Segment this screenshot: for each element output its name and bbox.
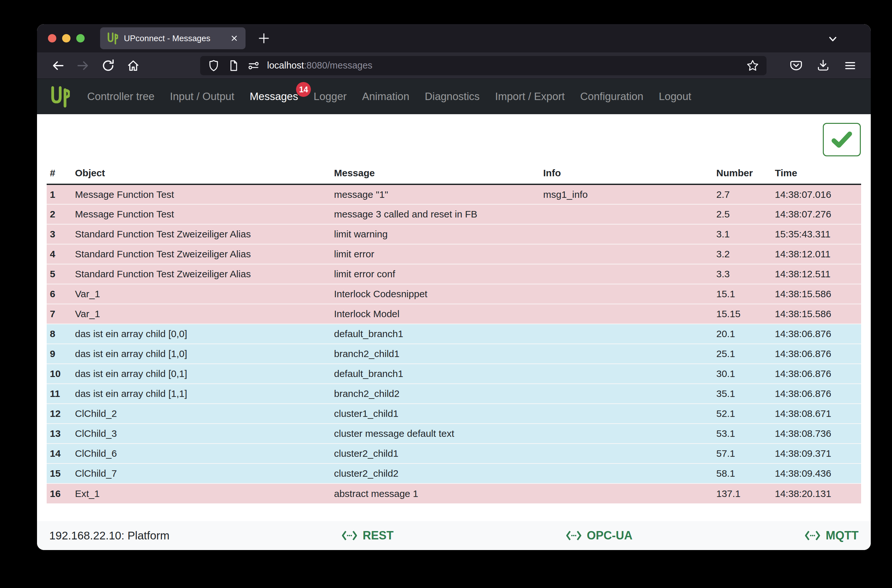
cell-number: 30.1 xyxy=(713,364,772,384)
cell-object: ClChild_6 xyxy=(72,444,331,464)
cell-time: 14:38:09.371 xyxy=(772,444,861,464)
pocket-icon[interactable] xyxy=(789,58,803,73)
table-row[interactable]: 2 Message Function Test message 3 called… xyxy=(47,204,861,224)
cell-number: 35.1 xyxy=(713,384,772,404)
table-row[interactable]: 15 ClChild_7 cluster2_child2 58.1 14:38:… xyxy=(47,464,861,483)
table-row[interactable]: 12 ClChild_2 cluster1_child1 52.1 14:38:… xyxy=(47,404,861,424)
opcua-label: OPC-UA xyxy=(587,529,633,542)
cell-message: abstract message 1 xyxy=(331,483,540,503)
back-icon[interactable] xyxy=(51,58,65,73)
table-row[interactable]: 14 ClChild_6 cluster2_child1 57.1 14:38:… xyxy=(47,444,861,464)
cell-message: Interlock Codesnippet xyxy=(331,284,540,304)
permissions-sliders-icon[interactable] xyxy=(247,59,260,72)
table-row[interactable]: 6 Var_1 Interlock Codesnippet 15.1 14:38… xyxy=(47,284,861,304)
cell-message: cluster2_child2 xyxy=(331,464,540,483)
list-tabs-chevron-icon[interactable] xyxy=(826,32,840,46)
cell-number: 3.1 xyxy=(713,224,772,244)
opcua-link[interactable]: OPC-UA xyxy=(566,529,633,542)
cell-info xyxy=(540,464,713,483)
table-row[interactable]: 13 ClChild_3 cluster message default tex… xyxy=(47,424,861,444)
menu-hamburger-icon[interactable] xyxy=(843,58,857,73)
cell-message: cluster1_child1 xyxy=(331,404,540,424)
cell-number: 2.5 xyxy=(713,204,772,224)
nav-item-animation[interactable]: Animation xyxy=(362,90,409,103)
table-row[interactable]: 9 das ist ein array child [1,0] branch2_… xyxy=(47,344,861,364)
table-row[interactable]: 1 Message Function Test message "1" msg1… xyxy=(47,184,861,204)
nav-item-messages-label: Messages xyxy=(250,90,298,102)
mqtt-link[interactable]: MQTT xyxy=(805,529,859,542)
nav-item-messages[interactable]: Messages14 xyxy=(250,90,298,103)
tab-close-icon[interactable] xyxy=(230,33,239,43)
messages-count-badge: 14 xyxy=(296,82,311,97)
cell-message: Interlock Model xyxy=(331,304,540,324)
cell-time: 14:38:07.016 xyxy=(772,184,861,204)
cell-number: 15.15 xyxy=(713,304,772,324)
cell-index: 15 xyxy=(47,464,72,483)
url-text[interactable]: localhost:8080/messages xyxy=(267,60,372,71)
home-icon[interactable] xyxy=(126,58,141,73)
cell-time: 14:38:09.436 xyxy=(772,464,861,483)
page-info-icon[interactable] xyxy=(227,59,240,72)
window-zoom-button[interactable] xyxy=(76,34,85,42)
cell-number: 2.7 xyxy=(713,184,772,204)
reload-icon[interactable] xyxy=(101,58,116,73)
upconnect-logo-icon[interactable] xyxy=(49,85,70,108)
cell-time: 14:38:08.736 xyxy=(772,424,861,444)
nav-item-configuration[interactable]: Configuration xyxy=(580,90,643,103)
nav-item-input-output[interactable]: Input / Output xyxy=(170,90,234,103)
cell-message: message "1" xyxy=(331,184,540,204)
cell-message: cluster2_child1 xyxy=(331,444,540,464)
cell-info xyxy=(540,384,713,404)
table-row[interactable]: 3 Standard Function Test Zweizeiliger Al… xyxy=(47,224,861,244)
status-footer: 192.168.22.10: Platform REST OPC-UA xyxy=(37,521,871,550)
cell-number: 137.1 xyxy=(713,483,772,503)
table-row[interactable]: 10 das ist ein array child [0,1] default… xyxy=(47,364,861,384)
cell-time: 14:38:20.131 xyxy=(772,483,861,503)
cell-index: 14 xyxy=(47,444,72,464)
table-row[interactable]: 7 Var_1 Interlock Model 15.15 14:38:15.5… xyxy=(47,304,861,324)
nav-item-import-export[interactable]: Import / Export xyxy=(495,90,565,103)
cell-info xyxy=(540,204,713,224)
cell-info: msg1_info xyxy=(540,184,713,204)
tab-title: UPconnect - Messages xyxy=(124,33,224,44)
cell-info xyxy=(540,304,713,324)
download-icon[interactable] xyxy=(816,58,830,73)
traffic-lights xyxy=(48,34,85,42)
browser-toolbar: localhost:8080/messages xyxy=(37,52,871,79)
window-close-button[interactable] xyxy=(48,34,56,42)
table-row[interactable]: 16 Ext_1 abstract message 1 137.1 14:38:… xyxy=(47,483,861,503)
cell-object: das ist ein array child [1,0] xyxy=(72,344,331,364)
cell-info xyxy=(540,424,713,444)
bookmark-star-icon[interactable] xyxy=(746,59,760,72)
nav-item-controller-tree[interactable]: Controller tree xyxy=(87,90,155,103)
cell-time: 14:38:15.586 xyxy=(772,284,861,304)
table-row[interactable]: 5 Standard Function Test Zweizeiliger Al… xyxy=(47,264,861,284)
cell-number: 58.1 xyxy=(713,464,772,483)
url-bar[interactable]: localhost:8080/messages xyxy=(200,56,766,75)
rest-link[interactable]: REST xyxy=(341,529,393,542)
browser-tab[interactable]: UPconnect - Messages xyxy=(100,27,246,49)
cell-time: 14:38:06.876 xyxy=(772,324,861,344)
cell-info xyxy=(540,483,713,503)
cell-index: 4 xyxy=(47,244,72,264)
browser-titlebar: UPconnect - Messages xyxy=(37,24,871,52)
window-minimize-button[interactable] xyxy=(62,34,71,42)
forward-icon[interactable] xyxy=(76,58,90,73)
column-header-index: # xyxy=(47,166,72,184)
cell-object: das ist ein array child [0,0] xyxy=(72,324,331,344)
acknowledge-button[interactable] xyxy=(823,123,861,156)
cell-message: limit error conf xyxy=(331,264,540,284)
cell-object: Var_1 xyxy=(72,284,331,304)
shield-icon[interactable] xyxy=(207,59,220,72)
table-row[interactable]: 8 das ist ein array child [0,0] default_… xyxy=(47,324,861,344)
nav-item-logout[interactable]: Logout xyxy=(659,90,691,103)
cell-time: 14:38:08.671 xyxy=(772,404,861,424)
checkmark-icon xyxy=(830,130,853,149)
new-tab-button[interactable] xyxy=(257,32,270,45)
messages-table-header: # Object Message Info Number Time xyxy=(47,166,861,184)
nav-item-logger[interactable]: Logger xyxy=(314,90,347,103)
table-row[interactable]: 11 das ist ein array child [1,1] branch2… xyxy=(47,384,861,404)
table-row[interactable]: 4 Standard Function Test Zweizeiliger Al… xyxy=(47,244,861,264)
nav-item-diagnostics[interactable]: Diagnostics xyxy=(425,90,480,103)
cell-number: 52.1 xyxy=(713,404,772,424)
